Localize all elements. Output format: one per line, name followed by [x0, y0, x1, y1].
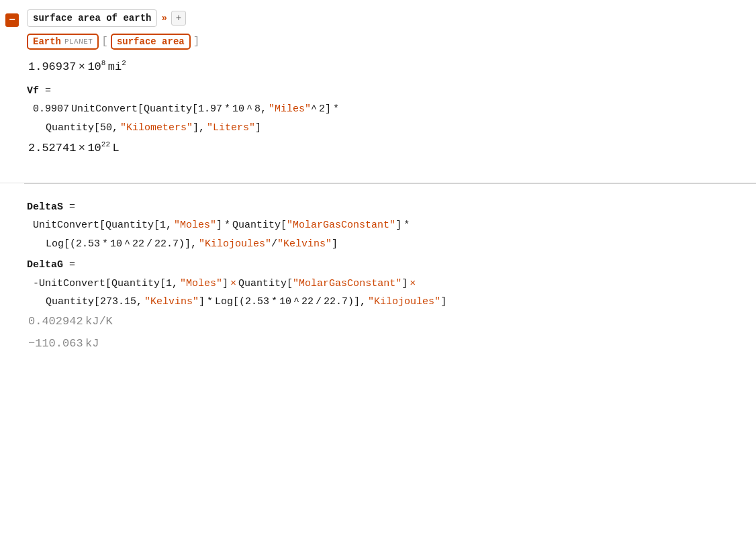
entity-tag-main: Earth [33, 36, 61, 47]
deltag-line-2: -UnitConvert[Quantity[1, "Moles"] × Quan… [27, 275, 749, 293]
vf-line-2: 0.9907 UnitConvert[Quantity[1.97 * 10 ^ … [27, 101, 749, 118]
vf-line-3: Quantity[50, "Kilometers"], "Liters"] [27, 120, 749, 137]
deltas-var: DeltaS [27, 201, 63, 213]
deltag-var: DeltaG [27, 259, 63, 271]
deltas-equals: = [69, 201, 75, 213]
deltas-line-3: Log[(2.53 * 10 ^ 22 / 22.7)], "Kilojoule… [27, 236, 749, 253]
cell-add-button[interactable]: + [171, 11, 186, 26]
result-vf: 2.52741 × 1022 L [27, 140, 749, 154]
cell-1-output: 1.96937 × 108 mi2 Vf = 0.9907 UnitConver… [27, 55, 749, 171]
cell-2-group: DeltaS = UnitConvert[Quantity[1, "Moles"… [0, 184, 756, 362]
kilojoules-string-1: "Kilojoules" [199, 238, 271, 250]
kelvins-string-2: "Kelvins" [144, 296, 199, 308]
liters-string: "Liters" [207, 122, 255, 134]
result-surface-area: 1.96937 × 108 mi2 [27, 59, 749, 73]
deltag-equals: = [69, 259, 75, 271]
miles-string: "Miles" [269, 103, 311, 115]
entity-tag-type: PLANET [64, 38, 93, 46]
property-tag-surface-area[interactable]: surface area [111, 34, 191, 50]
molar-gas-string-2: "MolarGasConstant" [293, 278, 401, 289]
moles-string-1: "Moles" [174, 220, 216, 231]
vf-code-block: Vf = 0.9907 UnitConvert[Quantity[1.97 * … [27, 83, 749, 137]
vf-equals: = [45, 85, 51, 97]
tags-row: Earth PLANET [ surface area ] [27, 34, 749, 50]
chevron-icon: » [161, 13, 167, 24]
vf-var: Vf [27, 85, 39, 97]
kelvins-string-1: "Kelvins" [277, 238, 332, 250]
times-sym-1: × [230, 278, 236, 289]
kilojoules-string-2: "Kilojoules" [368, 296, 440, 308]
cell-2: DeltaS = UnitConvert[Quantity[1, "Moles"… [0, 195, 756, 362]
deltag-line-3: Quantity[273.15, "Kelvins"] * Log[(2.53 … [27, 293, 749, 311]
cell-1: surface area of earth » + Earth PLANET [… [0, 7, 756, 183]
cell-1-content: surface area of earth » + Earth PLANET [… [24, 7, 756, 171]
entity-tag-earth[interactable]: Earth PLANET [27, 34, 99, 50]
deltag-line-1: DeltaG = [27, 256, 749, 274]
cell-title[interactable]: surface area of earth [27, 9, 157, 27]
deltas-code-block: DeltaS = UnitConvert[Quantity[1, "Moles"… [27, 199, 749, 253]
deltas-line-2: UnitConvert[Quantity[1, "Moles"] * Quant… [27, 217, 749, 234]
times-sym-2: × [410, 278, 416, 289]
vf-line-1: Vf = [27, 83, 749, 100]
bracket-open: [ [101, 36, 108, 48]
cell-1-header: surface area of earth » + [27, 9, 749, 27]
molar-gas-string-1: "MolarGasConstant" [287, 220, 395, 231]
moles-string-2: "Moles" [180, 278, 222, 289]
cell-collapse-button[interactable] [5, 13, 19, 27]
bracket-close: ] [193, 36, 200, 48]
cell-2-gutter [0, 195, 24, 350]
notebook-container: surface area of earth » + Earth PLANET [… [0, 0, 756, 369]
result-deltas: 0.402942 kJ/K [27, 315, 749, 328]
cell-2-content: DeltaS = UnitConvert[Quantity[1, "Moles"… [24, 195, 756, 350]
spacer [27, 328, 749, 337]
cell-1-gutter [0, 7, 24, 171]
deltas-line-1: DeltaS = [27, 199, 749, 216]
km-string: "Kilometers" [120, 122, 193, 134]
deltag-code-block: DeltaG = -UnitConvert[Quantity[1, "Moles… [27, 256, 749, 311]
result-deltag: −110.063 kJ [27, 337, 749, 350]
